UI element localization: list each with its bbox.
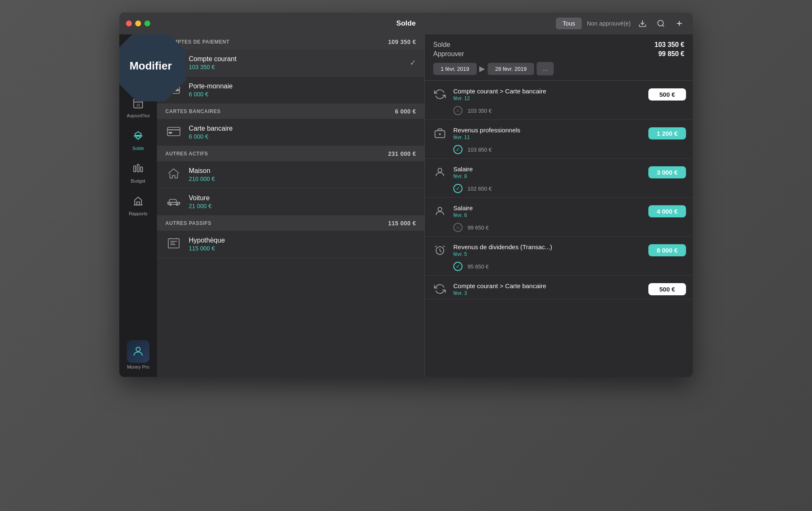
account-amount-voiture: 21 000 € — [189, 203, 416, 209]
person-icon-t4 — [432, 203, 448, 219]
search-button[interactable] — [654, 17, 668, 30]
trans-status-t4[interactable]: ○ — [453, 223, 463, 232]
trans-sub-t5: ✓ 95 650 € — [425, 260, 693, 275]
account-item-maison[interactable]: Maison 210 000 € — [157, 161, 424, 188]
transaction-group-t2: Revenus professionnels févr. 11 1 200 € … — [425, 120, 693, 159]
briefcase-icon — [432, 125, 448, 142]
solde-label: Solde — [433, 41, 450, 49]
trans-sub-t2: ✓ 103 850 € — [425, 143, 693, 158]
budget-icon — [132, 163, 144, 177]
account-item-hypotheque[interactable]: Hypothèque 115 000 € — [157, 231, 424, 258]
download-button[interactable] — [636, 17, 649, 30]
section-total-cartes: 6 000 € — [395, 108, 416, 115]
account-amount-porte-monnaie: 6 000 € — [189, 91, 416, 98]
transactions-header: Solde 103 350 € Approuver 99 850 € 1 fév… — [425, 34, 693, 81]
section-title-cartes: CARTES BANCAIRES — [165, 108, 221, 114]
close-button[interactable] — [126, 21, 132, 26]
trans-status-t2[interactable]: ✓ — [453, 145, 463, 154]
account-name-voiture: Voiture — [189, 194, 416, 202]
app-nav: Modifier 15 Aujourd'hui — [119, 34, 157, 377]
alarm-icon — [432, 242, 448, 258]
transaction-row-t2[interactable]: Revenus professionnels févr. 11 1 200 € — [425, 120, 693, 143]
transactions-list: Compte courant > Carte bancaire févr. 12… — [425, 81, 693, 377]
section-total-comptes: 109 350 € — [388, 39, 416, 45]
trans-right-t2: 1 200 € — [648, 127, 686, 139]
account-info-porte-monnaie: Porte-monnaie 6 000 € — [189, 83, 416, 98]
transaction-row-t6[interactable]: Compte courant > Carte bancaire févr. 3 … — [425, 276, 693, 299]
accounts-panel: COMPTES DE PAIEMENT 109 350 € Compte cou… — [157, 34, 425, 377]
trans-sub-t3: ✓ 102 650 € — [425, 182, 693, 197]
account-item-porte-monnaie[interactable]: Porte-monnaie 6 000 € — [157, 77, 424, 104]
maximize-button[interactable] — [144, 21, 150, 26]
trans-status-t1[interactable]: ○ — [453, 106, 463, 115]
svg-point-0 — [658, 21, 663, 26]
window-title: Solde — [396, 19, 416, 28]
account-info-compte-courant: Compte courant 103 350 € — [189, 55, 410, 70]
date-more-button[interactable]: ... — [537, 62, 554, 75]
download-icon — [638, 19, 647, 28]
add-button[interactable] — [673, 17, 686, 30]
section-total-passifs: 115 000 € — [388, 220, 416, 227]
trans-name-t3: Salaire — [453, 165, 643, 173]
transaction-group-t1: Compte courant > Carte bancaire févr. 12… — [425, 81, 693, 120]
amount-badge-t6: 500 € — [648, 283, 686, 295]
account-amount-hypotheque: 115 000 € — [189, 245, 416, 252]
trans-name-t2: Revenus professionnels — [453, 126, 643, 134]
nav-label-solde: Solde — [132, 146, 144, 151]
tous-button[interactable]: Tous — [556, 18, 582, 29]
trans-balance-t1: 103 350 € — [468, 108, 492, 114]
svg-rect-16 — [168, 239, 179, 248]
trans-date-t6: févr. 3 — [453, 290, 643, 296]
account-item-voiture[interactable]: Voiture 21 000 € — [157, 188, 424, 216]
trans-right-t6: 500 € — [648, 283, 686, 295]
trans-date-t3: févr. 8 — [453, 173, 643, 179]
trans-status-t3[interactable]: ✓ — [453, 184, 463, 193]
trans-status-t5[interactable]: ✓ — [453, 262, 463, 271]
nav-item-rapports[interactable]: Rapports — [123, 191, 154, 220]
trans-right-t4: 4 000 € — [648, 205, 686, 217]
transfer-icon — [432, 86, 448, 103]
money-pro-icon[interactable] — [127, 340, 149, 363]
svg-point-8 — [136, 347, 140, 351]
svg-point-19 — [438, 207, 442, 211]
section-header-cartes: CARTES BANCAIRES 6 000 € — [157, 104, 424, 119]
account-amount-compte-courant: 103 350 € — [189, 64, 410, 70]
reports-icon — [132, 195, 144, 209]
account-name-maison: Maison — [189, 167, 416, 175]
trans-right-t5: 8 000 € — [648, 244, 686, 256]
account-amount-maison: 210 000 € — [189, 175, 416, 182]
trans-balance-t3: 102 650 € — [468, 186, 492, 192]
svg-rect-5 — [137, 165, 139, 172]
svg-text:15: 15 — [136, 103, 140, 107]
nav-item-budget[interactable]: Budget — [123, 158, 154, 188]
nav-label-rapports: Rapports — [129, 211, 148, 216]
account-info-maison: Maison 210 000 € — [189, 167, 416, 182]
transaction-row-t4[interactable]: Salaire févr. 6 4 000 € — [425, 198, 693, 221]
trans-sub-t4: ○ 99 650 € — [425, 221, 693, 236]
nav-label-budget: Budget — [131, 178, 146, 183]
minimize-button[interactable] — [135, 21, 141, 26]
account-item-carte-bancaire[interactable]: Carte bancaire 6 000 € — [157, 119, 424, 146]
svg-rect-6 — [141, 167, 143, 172]
amount-badge-t3: 3 000 € — [648, 166, 686, 178]
transaction-row-t5[interactable]: Revenus de dividendes (Transac...) févr.… — [425, 237, 693, 260]
section-header-passifs: AUTRES PASSIFS 115 000 € — [157, 216, 424, 231]
trans-balance-t5: 95 650 € — [468, 263, 489, 270]
trans-right-t1: 500 € — [648, 88, 686, 101]
section-total-actifs: 231 000 € — [388, 150, 416, 157]
transaction-group-t4: Salaire févr. 6 4 000 € ○ 99 650 € — [425, 198, 693, 237]
svg-rect-11 — [167, 127, 180, 136]
trans-name-t1: Compte courant > Carte bancaire — [453, 88, 643, 95]
transaction-row-t1[interactable]: Compte courant > Carte bancaire févr. 12… — [425, 81, 693, 104]
transaction-row-t3[interactable]: Salaire févr. 8 3 000 € — [425, 159, 693, 182]
trans-date-t5: févr. 5 — [453, 251, 643, 257]
account-item-compte-courant[interactable]: Compte courant 103 350 € ✓ — [157, 49, 424, 77]
trans-info-t1: Compte courant > Carte bancaire févr. 12 — [453, 88, 643, 101]
trans-balance-t4: 99 650 € — [468, 225, 489, 231]
date-start-button[interactable]: 1 févr. 2019 — [433, 63, 477, 75]
non-approuve-button[interactable]: Non approuvé(e) — [587, 20, 631, 27]
account-info-voiture: Voiture 21 000 € — [189, 194, 416, 209]
main-window: Solde Tous Non approuvé(e) — [119, 13, 693, 377]
nav-item-solde[interactable]: Solde — [123, 126, 154, 155]
date-end-button[interactable]: 28 févr. 2019 — [488, 63, 534, 75]
